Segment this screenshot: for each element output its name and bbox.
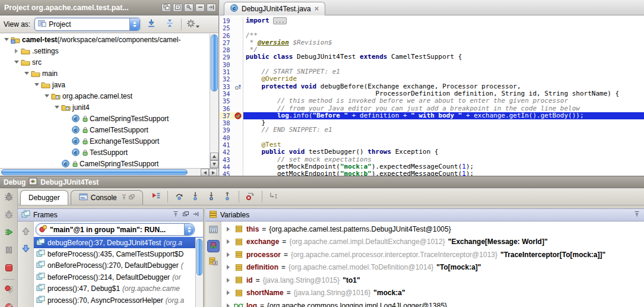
- variable-row-processor[interactable]: processor = {org.apache.camel.processor.…: [221, 248, 644, 261]
- frame-row[interactable]: process():47, Debug$1 (org.apache.came: [34, 283, 203, 295]
- hide-panel-icon[interactable]: [192, 211, 199, 219]
- variable-row-log[interactable]: log = {org.apache.commons.logging.impl.L…: [221, 299, 644, 307]
- frame-row[interactable]: onBeforeProcess():270, DefaultDebugger (: [34, 260, 203, 271]
- next-frame-icon[interactable]: [21, 244, 30, 255]
- pin-window-button[interactable]: [184, 4, 193, 12]
- scroll-from-source-button[interactable]: [144, 17, 158, 31]
- scrollbar-thumb[interactable]: [196, 239, 202, 276]
- tree-item-src[interactable]: src: [0, 56, 210, 68]
- editor-tab-label: DebugJUnit4Test.java: [242, 5, 311, 13]
- evaluate-expression-icon[interactable]: [209, 226, 218, 235]
- watch-mode-button[interactable]: [207, 240, 220, 252]
- tree-item-camelspringtestsupport[interactable]: cCamelSpringTestSupport: [0, 113, 210, 124]
- tab-console[interactable]: Console: [71, 190, 143, 205]
- project-tool-window: Project org.apache.camel.test.pat... Vie…: [0, 0, 219, 176]
- minimize-window-button[interactable]: [195, 4, 205, 12]
- scroll-up-button[interactable]: [210, 153, 218, 160]
- mute-breakpoints-button[interactable]: [4, 302, 14, 307]
- expand-arrow-icon[interactable]: [227, 252, 230, 257]
- show-execution-point-button[interactable]: [149, 189, 163, 204]
- tree-item-camelspringtestsupport[interactable]: cCamelSpringTestSupport: [0, 158, 210, 168]
- resume-button[interactable]: [4, 227, 14, 239]
- float-icon: [163, 4, 170, 12]
- collapse-arrow-icon[interactable]: [2, 38, 10, 41]
- tree-item-junit4[interactable]: junit4: [0, 102, 210, 113]
- tree-item-label: .settings: [32, 47, 59, 55]
- frame-package: (: [181, 261, 183, 270]
- tree-item-org-apache-camel-test[interactable]: org.apache.camel.test: [0, 90, 210, 102]
- code-editor[interactable]: 19import ...2526/**27 * @version $Revisi…: [220, 15, 644, 176]
- variable-row-id[interactable]: id = {java.lang.String@1015}"to1": [221, 274, 644, 287]
- breakpoint-icon[interactable]: [233, 112, 243, 119]
- restore-layout-icon[interactable]: [633, 211, 640, 219]
- dock-window-button[interactable]: [173, 4, 182, 12]
- step-out-button[interactable]: [220, 189, 234, 204]
- restore-layout-icon[interactable]: [172, 211, 179, 219]
- frame-row[interactable]: beforeProcess():214, DefaultDebugger (or: [34, 271, 203, 283]
- expand-arrow-icon[interactable]: [227, 227, 230, 232]
- expand-arrow-icon[interactable]: [12, 49, 20, 53]
- step-into-button[interactable]: [188, 189, 202, 204]
- project-horizontal-scrollbar[interactable]: [0, 168, 218, 176]
- scroll-to-end-icon[interactable]: [121, 194, 127, 202]
- expand-arrow-icon[interactable]: [227, 303, 230, 307]
- float-panel-icon[interactable]: [182, 211, 189, 219]
- variable-row-exchange[interactable]: exchange = {org.apache.camel.impl.Defaul…: [221, 236, 644, 249]
- project-vertical-scrollbar[interactable]: [210, 34, 218, 168]
- close-icon[interactable]: [314, 5, 319, 13]
- java-class-icon: c: [230, 4, 239, 14]
- debug-bug-button[interactable]: [4, 210, 14, 221]
- override-icon[interactable]: [233, 83, 243, 90]
- tree-item-cameltestsupport[interactable]: cCamelTestSupport: [0, 124, 210, 135]
- expand-arrow-icon[interactable]: [227, 290, 230, 295]
- lock-icon: [72, 160, 78, 167]
- collapse-arrow-icon[interactable]: [23, 72, 30, 75]
- tree-item--settings[interactable]: .settings: [0, 45, 210, 56]
- variable-row-shortName[interactable]: shortName = {java.lang.String@1016}"mock…: [221, 287, 644, 300]
- scrollbar-thumb[interactable]: [1, 169, 188, 175]
- scroll-down-button[interactable]: [210, 160, 218, 168]
- run-to-cursor-button[interactable]: [267, 189, 281, 204]
- frame-row[interactable]: process():70, AsyncProcessorHelper (org.…: [34, 295, 203, 306]
- variable-row-this[interactable]: this = {org.apache.camel.test.patterns.D…: [221, 223, 644, 236]
- collapse-arrow-icon[interactable]: [43, 94, 50, 97]
- combo-stepper-icon[interactable]: [129, 18, 139, 30]
- previous-frame-icon[interactable]: [21, 227, 30, 238]
- collapse-arrow-icon[interactable]: [33, 83, 40, 86]
- collapse-all-button[interactable]: [163, 17, 177, 31]
- scrollbar-thumb[interactable]: [211, 34, 218, 91]
- collapse-arrow-icon[interactable]: [12, 61, 20, 64]
- pop-frame-button[interactable]: [243, 189, 258, 204]
- tree-item-testsupport[interactable]: cTestSupport: [0, 147, 210, 158]
- expand-arrow-icon[interactable]: [227, 239, 230, 244]
- thread-selector[interactable]: "main"@1 in group "main": RUN...: [36, 223, 195, 236]
- tree-item-exchangetestsupport[interactable]: cExchangeTestSupport: [0, 135, 210, 147]
- show-values-inline-icon[interactable]: a: [209, 257, 218, 267]
- view-as-combo[interactable]: Project: [34, 18, 140, 31]
- pause-button[interactable]: [4, 245, 14, 257]
- force-step-into-button[interactable]: [204, 189, 218, 204]
- rerun-debug-button[interactable]: [4, 192, 14, 203]
- float-console-icon[interactable]: [129, 194, 135, 202]
- settings-gear-button[interactable]: [186, 17, 200, 31]
- tree-item-main[interactable]: main: [0, 68, 210, 79]
- tab-debugger[interactable]: Debugger: [20, 190, 68, 205]
- tree-item-camel-test[interactable]: camel-test (/workspace/camel/components/…: [0, 34, 210, 45]
- hide-window-button[interactable]: [207, 4, 216, 12]
- editor-tab[interactable]: c DebugJUnit4Test.java: [224, 2, 325, 15]
- combo-stepper-icon[interactable]: [184, 224, 194, 235]
- step-over-button[interactable]: [172, 189, 186, 204]
- scrollbar-arrows[interactable]: [210, 153, 218, 168]
- expand-arrow-icon[interactable]: [227, 265, 230, 270]
- view-breakpoints-button[interactable]: [4, 284, 14, 296]
- stop-button[interactable]: [4, 263, 14, 274]
- frame-row[interactable]: beforeProcess():435, CamelTestSupport$D: [34, 248, 203, 259]
- tree-item-java[interactable]: java: [0, 79, 210, 90]
- frame-row[interactable]: debugBefore():37, DebugJUnit4Test (org.a: [34, 237, 203, 248]
- collapse-arrow-icon[interactable]: [53, 106, 61, 109]
- expand-arrow-icon[interactable]: [227, 278, 230, 283]
- variable-row-definition[interactable]: definition = {org.apache.camel.model.ToD…: [221, 261, 644, 274]
- float-window-button[interactable]: [161, 4, 171, 12]
- frames-scrollbar[interactable]: [195, 238, 203, 307]
- gutter-spacer: [233, 53, 243, 61]
